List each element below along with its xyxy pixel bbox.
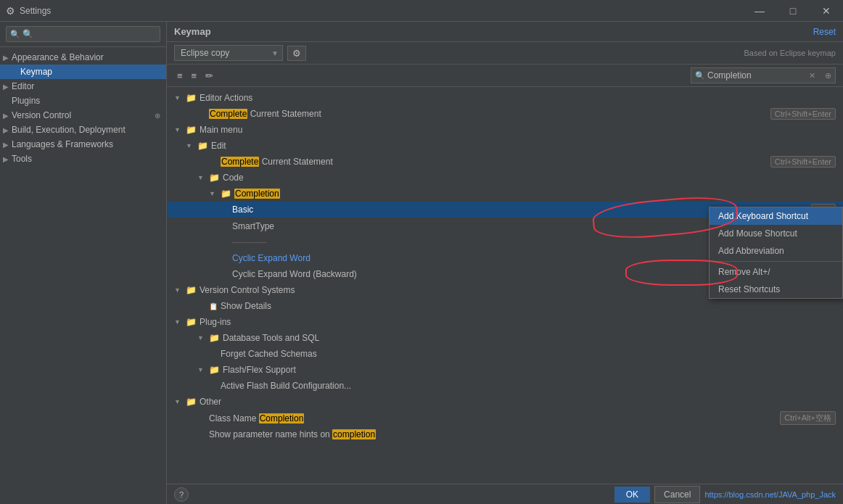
tree-row-show-details[interactable]: 📋 Show Details (167, 298, 843, 314)
shortcut-badge: Ctrl+Alt+空格 (780, 411, 836, 425)
keymap-toolbar: Eclipse copy Default Mac OS X ▼ ⚙ Based … (167, 42, 843, 65)
main-menu-arrow-icon (174, 126, 186, 133)
other-arrow-icon (174, 398, 186, 405)
sidebar-item-editor[interactable]: Editor (0, 79, 166, 94)
tree-label: Other (200, 397, 843, 407)
folder-icon: 📁 (197, 141, 208, 151)
edit-arrow-icon (186, 142, 197, 149)
plugins-arrow-icon (174, 318, 186, 326)
sidebar-item-version-control[interactable]: Version Control ⊕ (0, 108, 166, 123)
keymap-gear-button[interactable]: ⚙ (287, 46, 306, 61)
highlight-complete: Complete (221, 157, 259, 167)
ctx-item-remove-alt[interactable]: Remove Alt+/ (710, 263, 842, 281)
editor-actions-arrow-icon (174, 94, 186, 102)
sidebar-item-label: Tools (12, 154, 32, 164)
close-button[interactable]: ✕ (810, 0, 843, 22)
sidebar-search-input[interactable] (6, 26, 160, 42)
expand-all-button[interactable]: ≡ (174, 69, 186, 83)
sidebar-item-keymap[interactable]: Keymap (0, 65, 166, 79)
editor-arrow-icon (3, 83, 9, 91)
ctx-item-add-abbreviation[interactable]: Add Abbreviation (710, 242, 842, 260)
highlight-completion: Completion (234, 189, 280, 199)
sidebar-search-icon: 🔍 (10, 30, 20, 39)
cancel-button[interactable]: Cancel (654, 486, 700, 503)
flash-arrow-icon (197, 366, 209, 373)
tree-row-edit[interactable]: 📁 Edit (167, 138, 843, 154)
tree-label: Class Name Completion (209, 413, 780, 424)
sidebar-item-languages[interactable]: Languages & Frameworks (0, 137, 166, 152)
app-icon: ⚙ (6, 5, 15, 17)
tree-row-active-flash[interactable]: Active Flash Build Configuration... (167, 378, 843, 394)
search-filter-extra-icon[interactable]: ⊕ (825, 71, 831, 80)
folder-icon: 📁 (209, 365, 220, 375)
sidebar-item-tools[interactable]: Tools (0, 152, 166, 166)
keymap-header: Keymap Reset (167, 22, 843, 42)
vc-badge-icon: ⊕ (155, 112, 160, 120)
keymap-title: Keymap (174, 26, 211, 37)
ok-button[interactable]: OK (614, 487, 650, 503)
folder-icon: 📁 (186, 125, 197, 135)
tree-row-code[interactable]: 📁 Code (167, 170, 843, 186)
sidebar-item-build[interactable]: Build, Execution, Deployment (0, 123, 166, 137)
tree-row-forget-cached[interactable]: Forget Cached Schemas (167, 346, 843, 362)
sidebar-tree: Appearance & Behavior Keymap Editor Plug… (0, 47, 166, 504)
sidebar-item-label: Languages & Frameworks (12, 139, 113, 149)
bottom-right: OK Cancel https://blog.csdn.net/JAVA_php… (614, 486, 836, 503)
reset-link[interactable]: Reset (813, 27, 836, 37)
keymap-select-wrap: Eclipse copy Default Mac OS X ▼ (174, 45, 283, 61)
ctx-item-reset-shortcuts[interactable]: Reset Shortcuts (710, 281, 842, 298)
tree-label: Flash/Flex Support (223, 365, 843, 375)
completion-arrow-icon (209, 190, 221, 197)
vc-arrow-icon (3, 112, 9, 120)
tree-label: Cyclic Expand Word (Backward) (232, 269, 791, 279)
sidebar-item-label: Appearance & Behavior (12, 52, 104, 62)
tools-arrow-icon (3, 155, 9, 163)
ctx-divider (710, 261, 842, 262)
tree-row-class-name[interactable]: Class Name Completion Ctrl+Alt+空格 (167, 410, 843, 426)
tree-row-complete-2[interactable]: Complete Current Statement Ctrl+Shift+En… (167, 154, 843, 170)
edit-shortcut-button[interactable]: ✏ (202, 69, 216, 83)
bottom-bar: ? OK Cancel https://blog.csdn.net/JAVA_p… (167, 484, 843, 504)
folder-icon: 📁 (186, 93, 197, 103)
tree-row-editor-actions[interactable]: 📁 Editor Actions (167, 90, 843, 106)
tree-row-complete-1[interactable]: Complete Current Statement Ctrl+Shift+En… (167, 106, 843, 122)
folder-icon: 📋 (209, 302, 218, 310)
tree-label: Code (223, 173, 843, 183)
ctx-item-add-keyboard-shortcut[interactable]: Add Keyboard Shortcut (710, 207, 842, 225)
search-filter-clear-icon[interactable]: ✕ (809, 71, 815, 80)
folder-icon: 📁 (221, 189, 231, 199)
tree-label: Complete Current Statement (221, 157, 770, 167)
tree-label: Forget Cached Schemas (221, 349, 843, 359)
tree-row-flash-flex[interactable]: 📁 Flash/Flex Support (167, 362, 843, 378)
keymap-preset-select[interactable]: Eclipse copy Default Mac OS X (174, 45, 283, 61)
tree-label: Show parameter name hints on completion (209, 429, 843, 439)
ctx-item-add-mouse-shortcut[interactable]: Add Mouse Shortcut (710, 225, 842, 242)
maximize-button[interactable]: □ (776, 0, 810, 22)
minimize-button[interactable]: — (743, 0, 776, 22)
shortcut-badge: Ctrl+Shift+Enter (770, 156, 836, 168)
tree-label: Editor Actions (200, 93, 843, 103)
search-filter: 🔍 ✕ ⊕ (691, 67, 836, 83)
tree-row-completion-folder[interactable]: 📁 Completion (167, 186, 843, 202)
tree-row-plugins[interactable]: 📁 Plug-ins (167, 314, 843, 330)
title-bar: ⚙ Settings — □ ✕ (0, 0, 843, 22)
tree-label: Plug-ins (200, 317, 843, 327)
build-arrow-icon (3, 126, 9, 134)
collapse-all-button[interactable]: ≡ (189, 69, 200, 83)
sidebar-item-appearance[interactable]: Appearance & Behavior (0, 50, 166, 65)
tree-label: Database Tools and SQL (223, 333, 843, 343)
tree-row-other[interactable]: 📁 Other (167, 394, 843, 410)
sidebar: 🔍 Appearance & Behavior Keymap Editor Pl… (0, 22, 167, 504)
tree-label: Edit (211, 141, 843, 151)
tree-row-db-tools[interactable]: 📁 Database Tools and SQL (167, 330, 843, 346)
tree-label: SmartType (232, 221, 776, 231)
context-menu: Add Keyboard Shortcut Add Mouse Shortcut… (709, 207, 843, 299)
sidebar-item-plugins[interactable]: Plugins (0, 94, 166, 108)
tree-label: Complete Current Statement (209, 109, 770, 119)
help-button[interactable]: ? (174, 487, 189, 502)
sidebar-item-label: Plugins (12, 96, 40, 106)
appearance-arrow-icon (3, 54, 9, 62)
sidebar-item-label: Editor (12, 81, 34, 91)
tree-row-show-param[interactable]: Show parameter name hints on completion (167, 426, 843, 442)
tree-row-main-menu[interactable]: 📁 Main menu (167, 122, 843, 138)
